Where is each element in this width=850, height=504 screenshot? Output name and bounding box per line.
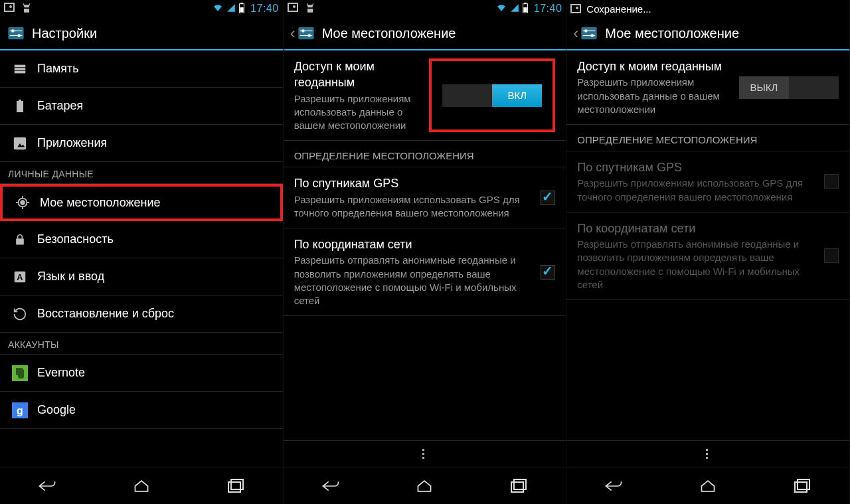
item-partial[interactable] [0, 429, 283, 466]
gallery-icon [288, 3, 298, 12]
svg-rect-11 [17, 101, 23, 112]
access-title: Доступ к моим геоданным [294, 58, 423, 91]
svg-rect-40 [514, 479, 526, 489]
item-label: Память [31, 62, 79, 76]
section-personal: ЛИЧНЫЕ ДАННЫЕ [0, 162, 283, 184]
nav-home[interactable] [404, 474, 444, 498]
toggle-on-label: ВКЛ [492, 84, 542, 107]
shopping-icon [21, 3, 32, 15]
header-settings: Настройки [0, 17, 283, 50]
item-label: Восстановление и сброс [31, 307, 174, 321]
net-checkbox [824, 248, 839, 263]
svg-rect-12 [19, 100, 21, 101]
nav-bar [284, 467, 566, 504]
nav-back[interactable] [27, 474, 67, 498]
access-geodata-row[interactable]: Доступ к моим геоданным Разрешить прилож… [284, 50, 566, 141]
screen-location-off: Сохранение... ‹ Мое местоположение Досту… [566, 0, 850, 504]
item-apps[interactable]: Приложения [0, 125, 283, 162]
access-toggle[interactable]: ВКЛ [442, 84, 542, 107]
google-icon: g [9, 402, 31, 418]
menu-dots[interactable] [284, 440, 566, 467]
nav-recent[interactable] [216, 474, 256, 498]
net-title: По координатам сети [294, 236, 528, 252]
access-toggle[interactable]: ВЫКЛ [739, 76, 839, 99]
svg-rect-31 [298, 27, 313, 40]
gps-title: По спутникам GPS [577, 159, 811, 175]
svg-rect-9 [15, 68, 26, 70]
access-title: Доступ к моим геоданным [577, 58, 732, 74]
nav-recent[interactable] [782, 474, 822, 498]
svg-rect-8 [15, 64, 26, 67]
network-row[interactable]: По координатам сети Разрешить отправлять… [284, 228, 566, 316]
nav-back[interactable] [311, 474, 351, 498]
access-sub: Разрешить приложениям использовать данны… [577, 76, 732, 116]
svg-rect-27 [231, 479, 243, 489]
svg-rect-48 [706, 457, 708, 459]
svg-rect-37 [422, 453, 424, 455]
svg-rect-29 [524, 3, 527, 4]
back-icon[interactable]: ‹ [290, 24, 296, 42]
header-title: Мое местоположение [322, 26, 456, 41]
access-geodata-row[interactable]: Доступ к моим геоданным Разрешить прилож… [566, 50, 849, 125]
item-google[interactable]: g Google [0, 392, 283, 429]
evernote-icon [9, 365, 31, 381]
settings-icon [7, 24, 25, 42]
gps-row[interactable]: По спутникам GPS Разрешить приложениям и… [284, 167, 566, 228]
nav-bar [0, 467, 283, 504]
item-label: Приложения [31, 136, 107, 150]
svg-rect-30 [523, 7, 527, 12]
svg-rect-3 [8, 27, 23, 40]
gps-checkbox [824, 174, 839, 189]
toggle-off-label [442, 84, 492, 107]
item-security[interactable]: Безопасность [0, 221, 283, 258]
gallery-icon [570, 4, 581, 13]
sources-header: ОПРЕДЕЛЕНИЕ МЕСТОПОЛОЖЕНИЯ [284, 141, 566, 167]
signal-icon [226, 3, 236, 15]
clock: 17:40 [250, 3, 279, 15]
network-row: По координатам сети Разрешить отправлять… [566, 212, 849, 300]
memory-icon [9, 62, 31, 76]
net-checkbox[interactable] [541, 265, 555, 280]
back-icon[interactable]: ‹ [573, 24, 578, 42]
battery-icon [522, 3, 529, 15]
nav-back[interactable] [594, 474, 634, 498]
header-location[interactable]: ‹ Мое местоположение [566, 17, 849, 50]
svg-rect-20 [16, 238, 24, 244]
svg-rect-49 [795, 482, 807, 492]
battery-icon [238, 3, 245, 15]
section-accounts: АККАУНТЫ [0, 333, 283, 355]
nav-home[interactable] [122, 474, 161, 498]
settings-icon [580, 24, 598, 42]
item-label: Батарея [31, 99, 83, 113]
status-bar: 17:40 [284, 0, 566, 17]
item-memory[interactable]: Память [0, 50, 283, 88]
nav-bar [566, 467, 849, 504]
item-restore[interactable]: Восстановление и сброс [0, 295, 283, 333]
item-battery[interactable]: Батарея [0, 88, 283, 125]
net-title: По координатам сети [577, 220, 811, 236]
restore-icon [9, 307, 31, 321]
item-label: Evernote [31, 366, 85, 380]
svg-rect-2 [240, 7, 243, 12]
svg-rect-38 [422, 457, 424, 459]
svg-rect-36 [422, 449, 424, 451]
nav-home[interactable] [688, 474, 728, 498]
wifi-icon [495, 3, 507, 15]
battery-icon [9, 100, 31, 113]
saving-label: Сохранение... [586, 3, 651, 15]
item-location[interactable]: Мое местоположение [0, 184, 283, 221]
screen-location-on: 17:40 ‹ Мое местоположение Доступ к моим… [284, 0, 567, 504]
header-title: Настройки [32, 26, 97, 41]
nav-recent[interactable] [499, 474, 539, 498]
item-evernote[interactable]: Evernote [0, 355, 283, 392]
menu-dots[interactable] [566, 440, 849, 467]
header-location[interactable]: ‹ Мое местоположение [284, 17, 566, 50]
item-label: Безопасность [31, 232, 114, 246]
settings-list: Память Батарея Приложения ЛИЧНЫЕ ДАННЫЕ … [0, 50, 283, 467]
item-label: Мое местоположение [33, 196, 161, 210]
svg-rect-47 [706, 453, 708, 455]
gps-checkbox[interactable] [541, 191, 555, 205]
location-icon [12, 195, 33, 210]
item-language[interactable]: A Язык и ввод [0, 258, 283, 295]
toggle-on-label [789, 76, 839, 99]
